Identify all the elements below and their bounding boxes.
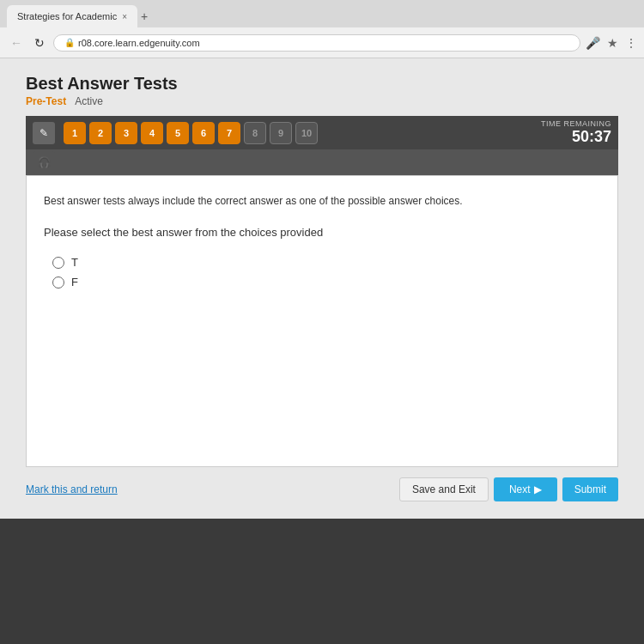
toolbar-separator: 🎧 bbox=[26, 149, 618, 175]
timer-label: TIME REMAINING bbox=[541, 119, 611, 128]
next-button[interactable]: Next ▶ bbox=[494, 477, 557, 501]
pretest-label: Pre-Test bbox=[26, 95, 66, 107]
lock-icon: 🔒 bbox=[64, 38, 75, 47]
radio-f[interactable] bbox=[52, 276, 64, 289]
browser-icons: 🎤 ★ ⋮ bbox=[586, 36, 637, 50]
microphone-icon[interactable]: 🎤 bbox=[586, 36, 600, 50]
next-arrow-icon: ▶ bbox=[534, 483, 542, 495]
question-btn-7[interactable]: 7 bbox=[218, 122, 240, 144]
refresh-button[interactable]: ↻ bbox=[31, 34, 48, 52]
question-btn-10[interactable]: 10 bbox=[295, 122, 318, 144]
timer-value: 50:37 bbox=[541, 128, 611, 146]
mark-return-link[interactable]: Mark this and return bbox=[26, 483, 118, 495]
question-btn-2[interactable]: 2 bbox=[89, 122, 112, 144]
back-button[interactable]: ← bbox=[7, 34, 26, 52]
instruction-text: Best answer tests always include the cor… bbox=[44, 193, 600, 209]
browser-bar: ← ↻ 🔒 r08.core.learn.edgenuity.com 🎤 ★ ⋮ bbox=[0, 27, 644, 58]
question-btn-6[interactable]: 6 bbox=[192, 122, 215, 144]
page-header: Best Answer Tests Pre-Test Active bbox=[26, 67, 618, 111]
page-title: Best Answer Tests bbox=[26, 74, 618, 94]
next-label: Next bbox=[509, 483, 531, 495]
question-btn-8[interactable]: 8 bbox=[244, 122, 266, 144]
answer-options: T F bbox=[52, 256, 600, 289]
option-f[interactable]: F bbox=[52, 276, 600, 289]
timer-section: TIME REMAINING 50:37 bbox=[541, 119, 611, 146]
new-tab-button[interactable]: + bbox=[141, 9, 148, 23]
browser-chrome: Strategies for Academic × + ← ↻ 🔒 r08.co… bbox=[0, 0, 644, 58]
address-bar[interactable]: 🔒 r08.core.learn.edgenuity.com bbox=[53, 34, 580, 52]
question-btn-1[interactable]: 1 bbox=[64, 122, 86, 144]
option-t-label: T bbox=[71, 256, 78, 269]
menu-icon[interactable]: ⋮ bbox=[625, 36, 637, 50]
question-navigation: 1 2 3 4 5 6 7 8 9 10 bbox=[64, 122, 318, 144]
footer-bar: Mark this and return Save and Exit Next … bbox=[26, 467, 618, 501]
tab-title: Strategies for Academic bbox=[17, 11, 117, 21]
question-prompt: Please select the best answer from the c… bbox=[44, 226, 600, 239]
active-label: Active bbox=[75, 95, 103, 107]
pencil-tool-icon[interactable]: ✎ bbox=[33, 122, 55, 144]
question-btn-9[interactable]: 9 bbox=[270, 122, 292, 144]
page-subtitle: Pre-Test Active bbox=[26, 95, 618, 107]
tab-close-button[interactable]: × bbox=[122, 12, 127, 21]
browser-tab[interactable]: Strategies for Academic × bbox=[7, 5, 137, 27]
browser-tabs: Strategies for Academic × + bbox=[0, 0, 644, 27]
option-t[interactable]: T bbox=[52, 256, 600, 269]
question-btn-4[interactable]: 4 bbox=[141, 122, 163, 144]
radio-t[interactable] bbox=[52, 257, 64, 269]
question-btn-5[interactable]: 5 bbox=[167, 122, 189, 144]
toolbar: ✎ 1 2 3 4 5 6 7 8 9 10 TIME REMAINING 50… bbox=[26, 116, 618, 149]
question-btn-3[interactable]: 3 bbox=[115, 122, 137, 144]
footer-buttons: Save and Exit Next ▶ Submit bbox=[399, 477, 618, 501]
page-wrapper: Best Answer Tests Pre-Test Active ✎ 1 2 … bbox=[0, 58, 644, 519]
bookmark-icon[interactable]: ★ bbox=[607, 36, 618, 50]
submit-button[interactable]: Submit bbox=[562, 477, 618, 501]
content-area: Best answer tests always include the cor… bbox=[26, 175, 618, 467]
save-exit-button[interactable]: Save and Exit bbox=[399, 477, 489, 501]
option-f-label: F bbox=[71, 276, 78, 289]
address-text: r08.core.learn.edgenuity.com bbox=[78, 38, 200, 48]
headphones-icon[interactable]: 🎧 bbox=[33, 151, 55, 173]
